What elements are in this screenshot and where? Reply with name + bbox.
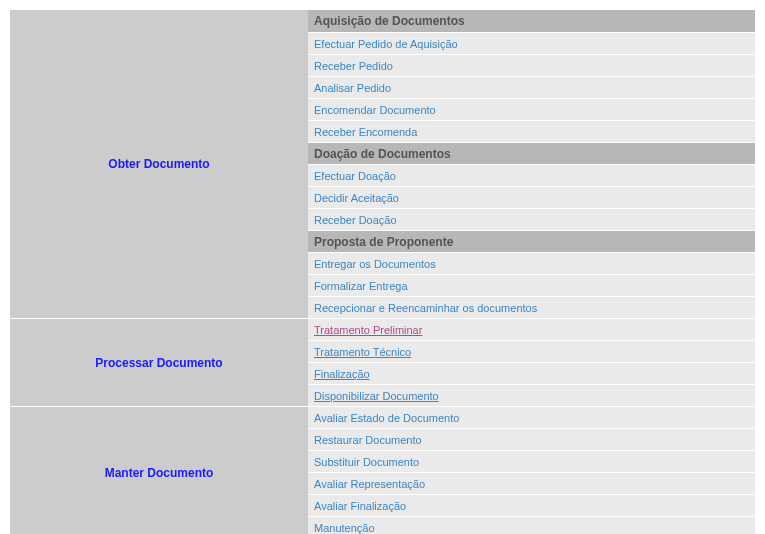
section-title: Obter Documento — [10, 10, 308, 318]
row-link: Disponibilizar Documento — [308, 384, 755, 406]
rows-container: Aquisição de DocumentosEfectuar Pedido d… — [308, 10, 755, 318]
row-header: Proposta de Proponente — [308, 230, 755, 252]
row-link: Finalização — [308, 362, 755, 384]
row-link: Tratamento Preliminar — [308, 318, 755, 340]
section-title: Manter Documento — [10, 406, 308, 534]
link[interactable]: Tratamento Técnico — [314, 346, 411, 358]
row-item: Formalizar Entrega — [308, 274, 755, 296]
row-item: Substituir Documento — [308, 450, 755, 472]
section: Obter DocumentoAquisição de DocumentosEf… — [10, 10, 755, 318]
section: Processar DocumentoTratamento Preliminar… — [10, 318, 755, 406]
row-item: Manutenção — [308, 516, 755, 534]
row-item: Receber Doação — [308, 208, 755, 230]
row-item: Decidir Aceitação — [308, 186, 755, 208]
link[interactable]: Tratamento Preliminar — [314, 324, 422, 336]
link[interactable]: Disponibilizar Documento — [314, 390, 439, 402]
row-item: Avaliar Representação — [308, 472, 755, 494]
row-item: Receber Pedido — [308, 54, 755, 76]
row-item: Entregar os Documentos — [308, 252, 755, 274]
row-item: Recepcionar e Reencaminhar os documentos — [308, 296, 755, 318]
section-title: Processar Documento — [10, 318, 308, 406]
row-item: Restaurar Documento — [308, 428, 755, 450]
section: Manter DocumentoAvaliar Estado de Docume… — [10, 406, 755, 534]
row-item: Encomendar Documento — [308, 98, 755, 120]
rows-container: Tratamento PreliminarTratamento TécnicoF… — [308, 318, 755, 406]
row-item: Analisar Pedido — [308, 76, 755, 98]
row-item: Avaliar Estado de Documento — [308, 406, 755, 428]
row-header: Aquisição de Documentos — [308, 10, 755, 32]
row-item: Receber Encomenda — [308, 120, 755, 142]
row-header: Doação de Documentos — [308, 142, 755, 164]
row-link: Tratamento Técnico — [308, 340, 755, 362]
link[interactable]: Finalização — [314, 368, 370, 380]
row-item: Efectuar Doação — [308, 164, 755, 186]
row-item: Efectuar Pedido de Aquisição — [308, 32, 755, 54]
rows-container: Avaliar Estado de DocumentoRestaurar Doc… — [308, 406, 755, 534]
row-item: Avaliar Finalização — [308, 494, 755, 516]
